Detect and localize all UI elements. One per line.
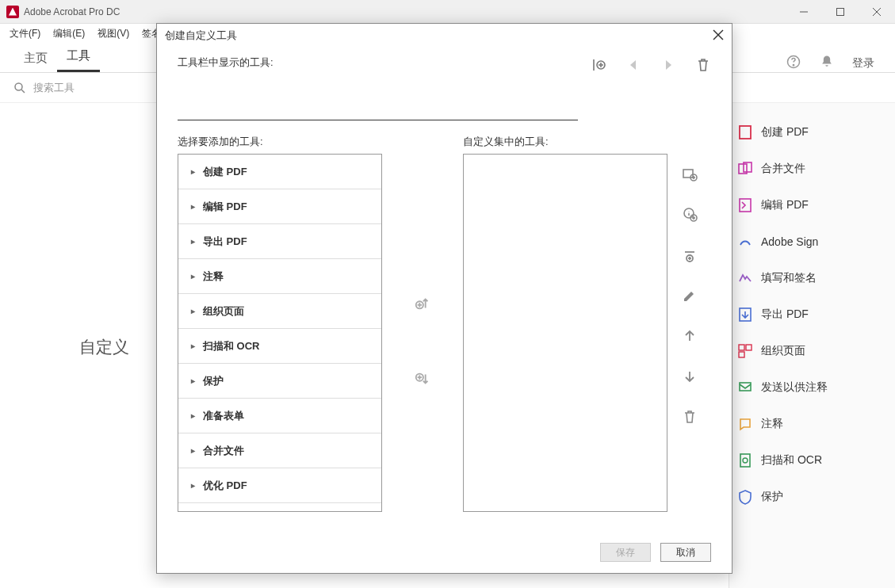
delete-item-icon[interactable] [682, 409, 698, 427]
search-icon [13, 81, 27, 95]
svg-rect-24 [740, 383, 751, 391]
svg-point-26 [743, 458, 748, 463]
expand-icon: ▸ [191, 237, 195, 246]
right-panel: 创建 PDF 合并文件 编辑 PDF Adobe Sign 填写和签名 导出 P… [729, 103, 895, 588]
sidebar-item[interactable]: 编辑 PDF [737, 187, 887, 223]
sidebar-item[interactable]: 保护 [737, 479, 887, 515]
dialog-close-button[interactable] [713, 29, 724, 43]
svg-rect-23 [739, 352, 744, 357]
search-placeholder: 搜索工具 [33, 81, 75, 95]
menu-edit[interactable]: 编辑(E) [47, 25, 91, 43]
move-up-icon[interactable] [682, 328, 698, 346]
add-divider-icon[interactable] [682, 247, 698, 265]
add-panel-icon[interactable] [682, 166, 698, 185]
move-down-icon[interactable] [682, 368, 698, 387]
expand-icon: ▸ [191, 411, 195, 420]
delete-icon[interactable] [695, 57, 711, 75]
expand-icon: ▸ [191, 376, 195, 385]
add-separator-icon[interactable] [591, 57, 606, 75]
sidebar-item[interactable]: 创建 PDF [737, 114, 887, 151]
tool-item[interactable]: ▸准备表单 [178, 399, 381, 433]
add-info-icon[interactable] [682, 207, 698, 225]
move-left-icon[interactable] [625, 57, 641, 75]
sidebar-item[interactable]: 合并文件 [737, 151, 887, 187]
add-to-set-down-icon[interactable] [414, 370, 431, 390]
maximize-button[interactable] [822, 0, 859, 24]
tool-item[interactable]: ▸导出 PDF [178, 224, 381, 259]
tool-item[interactable]: ▸保护 [178, 364, 381, 399]
help-icon[interactable] [786, 54, 801, 72]
svg-point-6 [15, 83, 22, 90]
tab-home[interactable]: 主页 [14, 44, 57, 72]
edit-icon[interactable] [682, 288, 698, 306]
close-button[interactable] [859, 0, 895, 24]
sidebar-item[interactable]: 注释 [737, 406, 887, 442]
svg-point-5 [793, 65, 794, 66]
expand-icon: ▸ [191, 481, 195, 490]
minimize-button[interactable] [786, 0, 822, 24]
expand-icon: ▸ [191, 202, 195, 211]
svg-rect-39 [683, 170, 693, 178]
tool-item[interactable]: ▸注释 [178, 259, 381, 294]
add-to-set-icon[interactable] [414, 295, 431, 315]
tool-item[interactable]: ▸合并文件 [178, 433, 381, 468]
login-link[interactable]: 登录 [852, 56, 874, 71]
sidebar-item[interactable]: 填写和签名 [737, 260, 887, 296]
sidebar-item[interactable]: 发送以供注释 [737, 369, 887, 406]
left-col-label: 选择要添加的工具: [178, 135, 382, 149]
svg-rect-25 [740, 454, 750, 467]
titlebar: Adobe Acrobat Pro DC [0, 0, 895, 24]
toolbar-tools-area [178, 74, 578, 120]
expand-icon: ▸ [191, 167, 195, 176]
save-button[interactable]: 保存 [600, 543, 651, 562]
tool-item[interactable]: ▸组织页面 [178, 294, 381, 329]
create-custom-tool-dialog: 创建自定义工具 工具栏中显示的工具: 选择要添加的工具: 自定义集中的工具: [156, 23, 732, 574]
tool-item[interactable]: ▸优化 PDF [178, 468, 381, 503]
expand-icon: ▸ [191, 342, 195, 350]
toolbar-tools-label: 工具栏中显示的工具: [178, 55, 578, 70]
svg-rect-21 [739, 345, 744, 350]
app-title: Adobe Acrobat Pro DC [24, 6, 786, 17]
expand-icon: ▸ [191, 272, 195, 281]
svg-rect-22 [746, 345, 752, 350]
sidebar-item[interactable]: 导出 PDF [737, 296, 887, 333]
dialog-titlebar: 创建自定义工具 [157, 24, 732, 48]
custom-set-list[interactable] [463, 154, 667, 512]
dialog-title: 创建自定义工具 [165, 29, 237, 43]
tool-item[interactable]: ▸编辑 PDF [178, 189, 381, 224]
move-right-icon[interactable] [660, 57, 676, 75]
sidebar-item[interactable]: 扫描和 OCR [737, 442, 887, 479]
menu-view[interactable]: 视图(V) [91, 25, 136, 43]
cancel-button[interactable]: 取消 [660, 543, 711, 562]
svg-line-7 [21, 90, 25, 93]
bell-icon[interactable] [819, 54, 835, 72]
svg-rect-16 [740, 126, 751, 139]
sidebar-item[interactable]: 组织页面 [737, 333, 887, 369]
expand-icon: ▸ [191, 307, 195, 315]
app-icon [6, 6, 19, 18]
sidebar-item[interactable]: Adobe Sign [737, 223, 887, 260]
tool-item[interactable]: ▸扫描和 OCR [178, 329, 381, 364]
tool-item[interactable]: ▸创建 PDF [178, 155, 381, 189]
expand-icon: ▸ [191, 446, 195, 455]
right-col-label: 自定义集中的工具: [463, 135, 667, 149]
menu-file[interactable]: 文件(F) [3, 25, 47, 43]
tab-tools[interactable]: 工具 [57, 42, 100, 72]
available-tools-list[interactable]: ▸创建 PDF ▸编辑 PDF ▸导出 PDF ▸注释 ▸组织页面 ▸扫描和 O… [178, 154, 382, 512]
svg-rect-1 [837, 8, 844, 15]
